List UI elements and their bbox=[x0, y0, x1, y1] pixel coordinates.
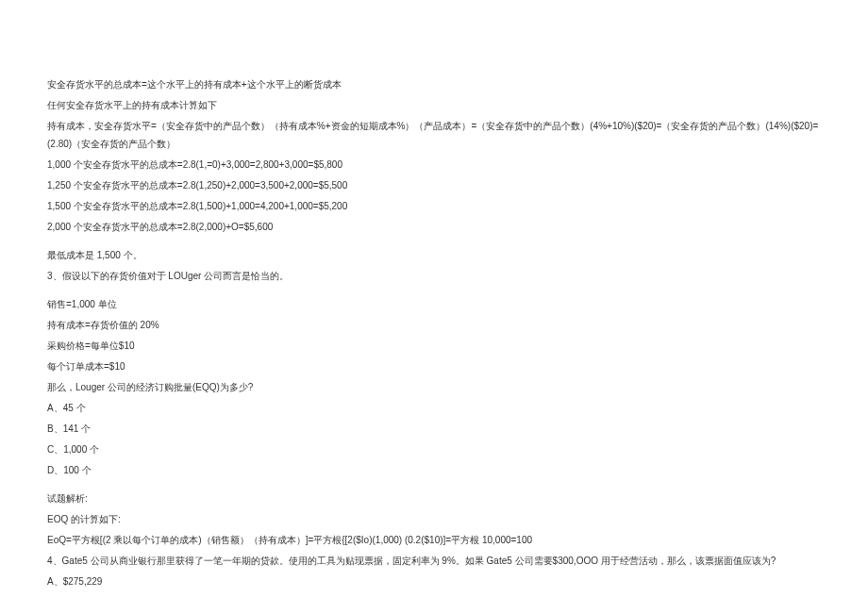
text-line: 4、Gate5 公司从商业银行那里获得了一笔一年期的贷款。使用的工具为贴现票据，… bbox=[47, 552, 821, 570]
text-line: 1,500 个安全存货水平的总成本=2.8(1,500)+1,000=4,200… bbox=[47, 197, 821, 215]
text-line: A、45 个 bbox=[47, 399, 821, 417]
document-content: 安全存货水平的总成本=这个水平上的持有成本+这个水平上的断货成本任何安全存货水平… bbox=[47, 75, 821, 590]
text-line: 采购价格=每单位$10 bbox=[47, 337, 821, 355]
text-line: 最低成本是 1,500 个。 bbox=[47, 246, 821, 264]
text-line: 试题解析: bbox=[47, 490, 821, 507]
blank-line bbox=[47, 239, 821, 246]
text-line: 1,250 个安全存货水平的总成本=2.8(1,250)+2,000=3,500… bbox=[47, 176, 821, 194]
text-line: EOQ 的计算如下: bbox=[47, 510, 821, 528]
text-line: 持有成本，安全存货水平=（安全存货中的产品个数）（持有成本%+资金的短期成本%）… bbox=[47, 117, 821, 153]
text-line: B、141 个 bbox=[47, 420, 821, 438]
text-line: 那么，Louger 公司的经济订购批量(EQQ)为多少? bbox=[47, 378, 821, 396]
text-line: 1,000 个安全存货水平的总成本=2.8(1,=0)+3,000=2,800+… bbox=[47, 156, 821, 174]
text-line: 安全存货水平的总成本=这个水平上的持有成本+这个水平上的断货成本 bbox=[47, 75, 821, 93]
blank-line bbox=[47, 288, 821, 295]
text-line: EoQ=平方根[(2 乘以每个订单的成本)（销售额）（持有成本）]=平方根{[2… bbox=[47, 531, 821, 549]
blank-line bbox=[47, 482, 821, 490]
text-line: 2,000 个安全存货水平的总成本=2.8(2,000)+O=$5,600 bbox=[47, 218, 821, 236]
text-line: A、$275,229 bbox=[47, 573, 821, 590]
text-line: 每个订单成本=$10 bbox=[47, 357, 821, 375]
text-line: 持有成本=存货价值的 20% bbox=[47, 316, 821, 334]
text-line: 任何安全存货水平上的持有成本计算如下 bbox=[47, 96, 821, 114]
text-line: 3、假设以下的存货价值对于 LOUger 公司而言是恰当的。 bbox=[47, 267, 821, 285]
text-line: C、1,000 个 bbox=[47, 440, 821, 458]
text-line: D、100 个 bbox=[47, 461, 821, 479]
text-line: 销售=1,000 单位 bbox=[47, 295, 821, 313]
